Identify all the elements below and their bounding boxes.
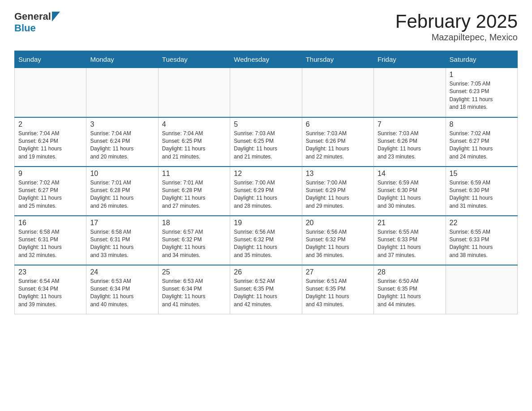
day-number-2: 2 <box>18 120 82 128</box>
day-cell-19: 19Sunrise: 6:56 AM Sunset: 6:32 PM Dayli… <box>230 216 302 265</box>
day-number-6: 6 <box>306 120 370 128</box>
day-number-17: 17 <box>90 219 154 227</box>
day-info-24: Sunrise: 6:53 AM Sunset: 6:34 PM Dayligh… <box>90 278 154 309</box>
day-info-10: Sunrise: 7:01 AM Sunset: 6:28 PM Dayligh… <box>90 179 154 210</box>
day-info-13: Sunrise: 7:00 AM Sunset: 6:29 PM Dayligh… <box>306 179 370 210</box>
day-number-24: 24 <box>90 268 154 276</box>
day-cell-28: 28Sunrise: 6:50 AM Sunset: 6:35 PM Dayli… <box>374 265 446 314</box>
day-cell-23: 23Sunrise: 6:54 AM Sunset: 6:34 PM Dayli… <box>15 265 86 314</box>
day-number-12: 12 <box>234 170 298 178</box>
day-cell-6: 6Sunrise: 7:03 AM Sunset: 6:26 PM Daylig… <box>302 117 373 167</box>
day-cell-13: 13Sunrise: 7:00 AM Sunset: 6:29 PM Dayli… <box>302 167 373 216</box>
empty-cell <box>86 68 158 117</box>
day-number-19: 19 <box>234 219 298 227</box>
day-cell-27: 27Sunrise: 6:51 AM Sunset: 6:35 PM Dayli… <box>302 265 373 314</box>
day-cell-15: 15Sunrise: 6:59 AM Sunset: 6:30 PM Dayli… <box>446 167 517 216</box>
day-number-10: 10 <box>90 170 154 178</box>
day-cell-22: 22Sunrise: 6:55 AM Sunset: 6:33 PM Dayli… <box>446 216 517 265</box>
logo-general-text: General <box>14 11 51 22</box>
day-info-8: Sunrise: 7:02 AM Sunset: 6:27 PM Dayligh… <box>450 130 514 161</box>
header-saturday: Saturday <box>446 51 517 68</box>
day-cell-14: 14Sunrise: 6:59 AM Sunset: 6:30 PM Dayli… <box>374 167 446 216</box>
day-info-16: Sunrise: 6:58 AM Sunset: 6:31 PM Dayligh… <box>18 228 82 260</box>
day-info-9: Sunrise: 7:02 AM Sunset: 6:27 PM Dayligh… <box>18 179 82 210</box>
header-sunday: Sunday <box>15 51 86 68</box>
day-cell-26: 26Sunrise: 6:52 AM Sunset: 6:35 PM Dayli… <box>230 265 302 314</box>
empty-cell <box>374 68 446 117</box>
week-row-4: 16Sunrise: 6:58 AM Sunset: 6:31 PM Dayli… <box>15 216 518 265</box>
day-cell-12: 12Sunrise: 7:00 AM Sunset: 6:29 PM Dayli… <box>230 167 302 216</box>
day-number-20: 20 <box>306 219 370 227</box>
day-info-17: Sunrise: 6:58 AM Sunset: 6:31 PM Dayligh… <box>90 228 154 260</box>
header-wednesday: Wednesday <box>230 51 302 68</box>
day-cell-25: 25Sunrise: 6:53 AM Sunset: 6:34 PM Dayli… <box>158 265 230 314</box>
day-info-26: Sunrise: 6:52 AM Sunset: 6:35 PM Dayligh… <box>234 278 298 309</box>
empty-cell <box>230 68 302 117</box>
empty-cell <box>15 68 86 117</box>
day-cell-3: 3Sunrise: 7:04 AM Sunset: 6:24 PM Daylig… <box>86 117 158 167</box>
calendar-header-row: SundayMondayTuesdayWednesdayThursdayFrid… <box>15 51 518 68</box>
day-number-22: 22 <box>450 219 514 227</box>
day-number-27: 27 <box>306 268 370 276</box>
page-header: General Blue February 2025 Mazapiltepec,… <box>14 11 518 43</box>
day-number-15: 15 <box>450 170 514 178</box>
day-info-1: Sunrise: 7:05 AM Sunset: 6:23 PM Dayligh… <box>450 80 514 111</box>
day-info-15: Sunrise: 6:59 AM Sunset: 6:30 PM Dayligh… <box>450 179 514 210</box>
day-info-2: Sunrise: 7:04 AM Sunset: 6:24 PM Dayligh… <box>18 130 82 161</box>
logo: General Blue <box>14 11 60 34</box>
day-number-3: 3 <box>90 120 154 128</box>
header-monday: Monday <box>86 51 158 68</box>
day-cell-17: 17Sunrise: 6:58 AM Sunset: 6:31 PM Dayli… <box>86 216 158 265</box>
day-number-4: 4 <box>162 120 226 128</box>
day-cell-2: 2Sunrise: 7:04 AM Sunset: 6:24 PM Daylig… <box>15 117 86 167</box>
empty-cell <box>302 68 373 117</box>
day-cell-16: 16Sunrise: 6:58 AM Sunset: 6:31 PM Dayli… <box>15 216 86 265</box>
header-tuesday: Tuesday <box>158 51 230 68</box>
day-info-6: Sunrise: 7:03 AM Sunset: 6:26 PM Dayligh… <box>306 130 370 161</box>
day-number-5: 5 <box>234 120 298 128</box>
day-number-18: 18 <box>162 219 226 227</box>
day-number-8: 8 <box>450 120 514 128</box>
day-cell-8: 8Sunrise: 7:02 AM Sunset: 6:27 PM Daylig… <box>446 117 517 167</box>
logo-triangle-icon <box>52 12 60 21</box>
calendar-title: February 2025 <box>395 11 518 32</box>
day-number-25: 25 <box>162 268 226 276</box>
week-row-3: 9Sunrise: 7:02 AM Sunset: 6:27 PM Daylig… <box>15 167 518 216</box>
day-info-12: Sunrise: 7:00 AM Sunset: 6:29 PM Dayligh… <box>234 179 298 210</box>
day-cell-9: 9Sunrise: 7:02 AM Sunset: 6:27 PM Daylig… <box>15 167 86 216</box>
day-cell-24: 24Sunrise: 6:53 AM Sunset: 6:34 PM Dayli… <box>86 265 158 314</box>
day-number-16: 16 <box>18 219 82 227</box>
day-number-1: 1 <box>450 71 514 79</box>
week-row-1: 1Sunrise: 7:05 AM Sunset: 6:23 PM Daylig… <box>15 68 518 117</box>
header-thursday: Thursday <box>302 51 373 68</box>
day-info-3: Sunrise: 7:04 AM Sunset: 6:24 PM Dayligh… <box>90 130 154 161</box>
empty-cell <box>158 68 230 117</box>
title-block: February 2025 Mazapiltepec, Mexico <box>395 11 518 43</box>
day-cell-18: 18Sunrise: 6:57 AM Sunset: 6:32 PM Dayli… <box>158 216 230 265</box>
day-info-5: Sunrise: 7:03 AM Sunset: 6:25 PM Dayligh… <box>234 130 298 161</box>
day-info-4: Sunrise: 7:04 AM Sunset: 6:25 PM Dayligh… <box>162 130 226 161</box>
day-info-27: Sunrise: 6:51 AM Sunset: 6:35 PM Dayligh… <box>306 278 370 309</box>
day-info-18: Sunrise: 6:57 AM Sunset: 6:32 PM Dayligh… <box>162 228 226 260</box>
day-info-22: Sunrise: 6:55 AM Sunset: 6:33 PM Dayligh… <box>450 228 514 260</box>
calendar-table: SundayMondayTuesdayWednesdayThursdayFrid… <box>14 51 518 314</box>
day-info-19: Sunrise: 6:56 AM Sunset: 6:32 PM Dayligh… <box>234 228 298 260</box>
day-info-7: Sunrise: 7:03 AM Sunset: 6:26 PM Dayligh… <box>378 130 442 161</box>
calendar-subtitle: Mazapiltepec, Mexico <box>395 32 518 43</box>
header-friday: Friday <box>374 51 446 68</box>
day-cell-21: 21Sunrise: 6:55 AM Sunset: 6:33 PM Dayli… <box>374 216 446 265</box>
day-cell-7: 7Sunrise: 7:03 AM Sunset: 6:26 PM Daylig… <box>374 117 446 167</box>
day-number-13: 13 <box>306 170 370 178</box>
day-number-11: 11 <box>162 170 226 178</box>
day-number-26: 26 <box>234 268 298 276</box>
day-cell-11: 11Sunrise: 7:01 AM Sunset: 6:28 PM Dayli… <box>158 167 230 216</box>
empty-cell <box>446 265 517 314</box>
day-info-14: Sunrise: 6:59 AM Sunset: 6:30 PM Dayligh… <box>378 179 442 210</box>
day-info-23: Sunrise: 6:54 AM Sunset: 6:34 PM Dayligh… <box>18 278 82 309</box>
day-info-20: Sunrise: 6:56 AM Sunset: 6:32 PM Dayligh… <box>306 228 370 260</box>
day-number-21: 21 <box>378 219 442 227</box>
day-info-11: Sunrise: 7:01 AM Sunset: 6:28 PM Dayligh… <box>162 179 226 210</box>
day-cell-20: 20Sunrise: 6:56 AM Sunset: 6:32 PM Dayli… <box>302 216 373 265</box>
week-row-5: 23Sunrise: 6:54 AM Sunset: 6:34 PM Dayli… <box>15 265 518 314</box>
day-number-7: 7 <box>378 120 442 128</box>
